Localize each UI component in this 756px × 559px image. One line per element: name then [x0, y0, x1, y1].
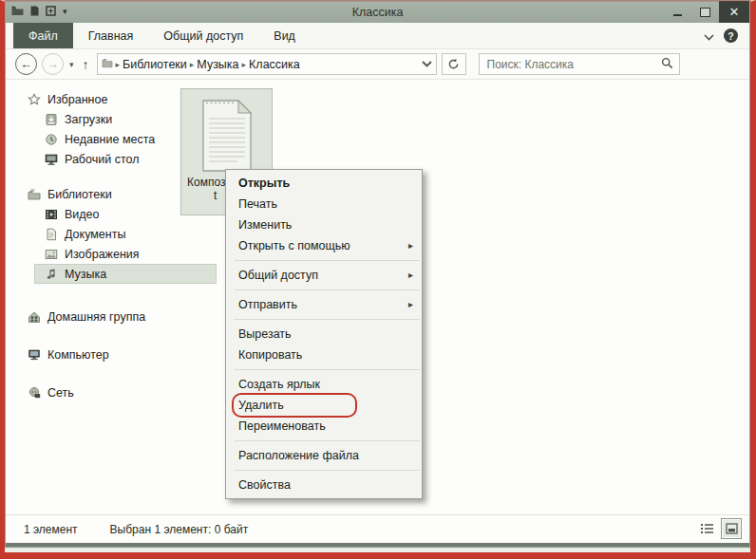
search-box: [479, 53, 680, 75]
context-menu-item-12[interactable]: Создать ярлык: [226, 374, 422, 395]
submenu-arrow-icon: ▸: [408, 265, 413, 286]
submenu-arrow-icon: ▸: [408, 294, 413, 315]
star-icon: [27, 92, 41, 106]
sidebar-item-label: Загрузки: [65, 113, 112, 126]
documents-icon: [44, 227, 58, 241]
recent-places-icon: [44, 132, 58, 146]
libraries-icon: [27, 187, 41, 201]
context-menu: ОткрытьПечатьИзменитьОткрыть с помощью▸О…: [225, 169, 423, 499]
address-toolbar: ← → ▾ ↑ ▸Библиотеки▸Музыка▸Классика: [6, 49, 749, 80]
pictures-icon: [44, 247, 58, 261]
view-toggles: [698, 518, 742, 539]
refresh-button[interactable]: [442, 53, 466, 75]
context-menu-item-9[interactable]: Вырезать: [226, 324, 422, 345]
desktop-icon: [44, 152, 58, 166]
sidebar-item-11[interactable]: Сеть: [6, 382, 226, 402]
sidebar-item-label: Избранное: [47, 93, 107, 106]
breadcrumb: ▸Библиотеки▸Музыка▸Классика: [116, 58, 303, 71]
menu-separator: [235, 260, 420, 261]
forward-button[interactable]: →: [42, 53, 64, 75]
music-icon: [44, 267, 58, 281]
address-dropdown-chevron-icon[interactable]: [422, 60, 432, 69]
video-icon: [44, 207, 58, 221]
ribbon-tabstrip: ФайлГлавнаяОбщий доступВид ?: [6, 23, 749, 49]
breadcrumb-segment-2[interactable]: Классика: [246, 58, 303, 71]
items-count: 1 элемент: [24, 523, 78, 536]
menu-separator: [235, 319, 420, 320]
sidebar-item-label: Сеть: [47, 386, 74, 400]
submenu-arrow-icon: ▸: [408, 235, 413, 256]
window-controls: ✕: [664, 1, 749, 23]
delete-highlight-circle: [232, 393, 357, 418]
sidebar-item-label: Видео: [65, 208, 100, 221]
menu-separator: [235, 369, 420, 370]
ribbon-tab-3[interactable]: Вид: [258, 23, 311, 48]
close-button[interactable]: ✕: [719, 1, 749, 23]
sidebar-item-label: Документы: [65, 228, 125, 241]
context-menu-item-16[interactable]: Расположение файла: [226, 445, 422, 466]
context-menu-item-18[interactable]: Свойства: [226, 475, 422, 495]
context-menu-item-10[interactable]: Копировать: [226, 345, 422, 365]
sidebar-item-label: Недавние места: [65, 133, 155, 146]
main-content: ИзбранноеЗагрузкиНедавние местаРабочий с…: [6, 80, 749, 514]
menu-separator: [235, 289, 420, 290]
sidebar-item-6[interactable]: Документы: [6, 224, 226, 244]
explorer-window: Классика ▾ ✕ ФайлГлавнаяОбщий: [5, 0, 750, 548]
menu-separator: [235, 470, 420, 471]
large-icons-view-button[interactable]: [721, 518, 742, 539]
scanned-page: Классика ▾ ✕ ФайлГлавнаяОбщий: [0, 0, 756, 559]
sidebar-item-label: Библиотеки: [47, 188, 112, 201]
context-menu-item-13[interactable]: Удалить: [226, 395, 422, 416]
ribbon-tab-2[interactable]: Общий доступ: [148, 23, 258, 48]
details-view-button[interactable]: [698, 519, 717, 538]
sidebar-item-9[interactable]: Домашняя группа: [6, 307, 226, 326]
selection-info: Выбран 1 элемент: 0 байт: [110, 523, 249, 536]
sidebar-item-label: Компьютер: [47, 348, 109, 362]
address-bar[interactable]: ▸Библиотеки▸Музыка▸Классика: [97, 53, 437, 75]
downloads-icon: [44, 112, 58, 126]
titlebar: Классика ▾ ✕: [6, 1, 749, 23]
search-input[interactable]: [485, 57, 661, 72]
ribbon-tabs: ФайлГлавнаяОбщий доступВид: [6, 23, 311, 48]
window-bottom-edge: [6, 543, 749, 547]
sidebar-item-7[interactable]: Изображения: [6, 244, 226, 264]
computer-icon: [27, 347, 41, 362]
context-menu-item-5[interactable]: Общий доступ▸: [226, 265, 422, 286]
sidebar-item-10[interactable]: Компьютер: [6, 345, 226, 364]
search-icon[interactable]: [661, 56, 673, 73]
ribbon-tab-1[interactable]: Главная: [73, 23, 149, 48]
breadcrumb-segment-0[interactable]: Библиотеки: [120, 58, 190, 71]
context-menu-item-7[interactable]: Отправить▸: [226, 294, 422, 315]
up-button[interactable]: ↑: [80, 57, 92, 72]
back-button[interactable]: ←: [15, 53, 37, 75]
breadcrumb-segment-1[interactable]: Музыка: [194, 58, 241, 71]
help-icon[interactable]: ?: [724, 28, 738, 43]
sidebar-item-label: Музыка: [65, 268, 106, 281]
location-icon: [102, 57, 113, 71]
recent-locations-chevron-icon[interactable]: ▾: [68, 60, 75, 69]
status-bar: 1 элемент Выбран 1 элемент: 0 байт: [6, 514, 749, 543]
sidebar-item-label: Домашняя группа: [47, 310, 145, 324]
menu-separator: [235, 440, 420, 441]
text-document-icon: [198, 96, 256, 176]
context-menu-item-1[interactable]: Печать: [226, 194, 422, 214]
minimize-button[interactable]: [664, 1, 691, 23]
context-menu-item-14[interactable]: Переименовать: [226, 416, 422, 437]
expand-ribbon-chevron-icon[interactable]: [704, 28, 714, 45]
context-menu-item-0[interactable]: Открыть: [226, 173, 422, 194]
homegroup-icon: [27, 309, 41, 324]
maximize-button[interactable]: [691, 1, 719, 23]
ribbon-tab-0[interactable]: Файл: [13, 23, 73, 48]
ribbon-right-controls: ?: [704, 23, 749, 48]
window-title: Классика: [6, 6, 749, 19]
sidebar-item-8[interactable]: Музыка: [6, 264, 226, 284]
sidebar-item-label: Изображения: [65, 248, 140, 261]
context-menu-item-2[interactable]: Изменить: [226, 214, 422, 235]
sidebar-item-label: Рабочий стол: [65, 153, 139, 166]
context-menu-item-3[interactable]: Открыть с помощью▸: [226, 235, 422, 256]
network-icon: [27, 385, 41, 400]
